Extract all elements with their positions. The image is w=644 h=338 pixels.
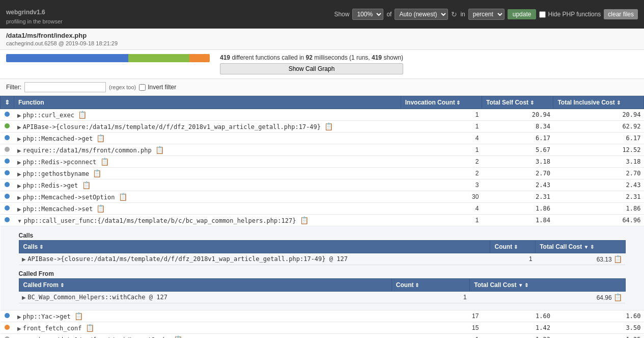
function-col-header[interactable]: Function: [14, 96, 401, 109]
code-icon[interactable]: 📋: [300, 216, 309, 224]
called-from-function-name: BC_Wap_Common_Helpers::withCache @ 127: [27, 294, 167, 301]
calls-sub-row: ▶ APIBase->{closure:/data1/ms/template/d…: [19, 253, 625, 265]
code-icon[interactable]: 📋: [174, 335, 182, 338]
inclusive-cost-cell: 1.60: [553, 310, 644, 322]
expand-arrow[interactable]: ▶: [17, 171, 21, 177]
called-from-total-cost-col-header[interactable]: Total Call Cost ▼: [470, 279, 625, 292]
show-call-graph-button[interactable]: Show Call Graph: [220, 63, 403, 74]
called-from-sub-table: Called From Count Total Call Cost ▼ ▶ BC…: [19, 278, 626, 303]
invocation-count-cell: 1: [401, 215, 482, 226]
dot-cell: [1, 109, 14, 121]
logo-version: v1.6: [33, 9, 45, 16]
function-cell: ▶ php::Memcached->set 📋: [14, 203, 401, 215]
code-icon[interactable]: 📋: [96, 204, 105, 213]
expand-arrow[interactable]: ▶: [17, 326, 21, 331]
filter-input[interactable]: [24, 82, 106, 92]
inclusive-cost-col-header[interactable]: Total Inclusive Cost: [553, 96, 644, 109]
called-from-sub-header: Called From Count Total Call Cost ▼: [19, 279, 625, 292]
toolbar: Show 100% of Auto (newest) ↻ in percent …: [334, 9, 638, 20]
status-dot: [5, 205, 10, 211]
invocation-count-cell: 1: [401, 109, 482, 121]
expand-arrow[interactable]: ▶: [17, 183, 21, 189]
hide-php-checkbox[interactable]: [539, 11, 546, 18]
calls-col-header[interactable]: Calls: [19, 241, 490, 253]
status-dot: [5, 123, 10, 128]
code-icon[interactable]: 📋: [324, 122, 333, 131]
dot-cell: [1, 156, 14, 168]
code-icon[interactable]: 📋: [93, 169, 101, 177]
inclusive-cost-cell: 2.70: [553, 168, 644, 179]
function-name: php::Memcached->setOption: [23, 194, 115, 201]
invocation-count-cell: 1: [401, 334, 482, 339]
function-cell: ▶ php::gethostbyname 📋: [14, 168, 401, 179]
status-dot: [5, 313, 10, 318]
invocation-count-cell: 17: [401, 310, 482, 322]
table-row: ▶ php::Memcached->set 📋 4 1.86 1.86: [1, 203, 644, 215]
stats-text: 419 different functions called in 92 mil…: [220, 54, 403, 61]
code-icon[interactable]: 📋: [119, 193, 127, 201]
code-icon[interactable]: 📋: [100, 158, 109, 166]
sub-table-row: Calls Calls Count Total Call Cost ▼: [1, 226, 644, 310]
expand-arrow[interactable]: ▶: [17, 113, 21, 118]
stats-area: 419 different functions called in 92 mil…: [0, 50, 644, 79]
called-from-name-cell: ▶ BC_Wap_Common_Helpers::withCache @ 127: [19, 292, 391, 303]
function-cell: ▶ require::/data1/ms/front/common.php 📋: [14, 144, 401, 156]
called-from-count-col-header[interactable]: Count: [391, 279, 469, 292]
in-select[interactable]: percent: [468, 9, 505, 20]
invocation-count-cell: 2: [401, 156, 482, 168]
expand-arrow[interactable]: ▶: [17, 314, 21, 320]
invocation-col-header[interactable]: Invocation Count: [401, 96, 482, 109]
code-icon[interactable]: 📋: [96, 134, 105, 142]
dot-cell: [1, 121, 14, 133]
sort-col-header[interactable]: ⇕: [1, 96, 14, 109]
function-cell: ▶ APIBase->{closure:/data1/ms/template/d…: [14, 121, 401, 133]
expand-arrow[interactable]: ▶: [17, 148, 21, 153]
status-dot: [5, 194, 10, 199]
function-name: php::Memcached->set: [23, 205, 93, 213]
file-info: /data1/ms/front/index.php cachegrind.out…: [0, 29, 644, 50]
code-icon[interactable]: 📋: [86, 324, 94, 332]
clear-files-button[interactable]: clear files: [604, 9, 638, 19]
calls-section-title: Calls: [19, 230, 626, 240]
calls-function-name: APIBase->{closure:/data1/ms/template/d/f…: [27, 255, 348, 263]
refresh-icon[interactable]: ↻: [451, 10, 457, 18]
code-icon[interactable]: 📋: [613, 293, 622, 301]
called-from-section-title: Called From: [19, 268, 626, 278]
expand-arrow[interactable]: ▶: [22, 295, 26, 300]
status-dot: [5, 182, 10, 187]
expand-arrow[interactable]: ▶: [17, 195, 21, 200]
inclusive-cost-cell: 62.92: [553, 121, 644, 133]
code-icon[interactable]: 📋: [155, 146, 164, 154]
calls-total-cost-col-header[interactable]: Total Call Cost ▼: [536, 241, 625, 253]
code-icon[interactable]: 📋: [78, 111, 87, 119]
sub-table-wrapper: Calls Calls Count Total Call Cost ▼: [4, 228, 641, 308]
called-from-sub-row: ▶ BC_Wap_Common_Helpers::withCache @ 127…: [19, 292, 625, 303]
expand-arrow[interactable]: ▶: [17, 206, 21, 212]
show-select[interactable]: 100%: [352, 9, 383, 20]
table-row: ▶ php::Redis->pconnect 📋 2 3.18 3.18: [1, 156, 644, 168]
expand-arrow[interactable]: ▶: [17, 160, 21, 165]
table-row: ▶ APIBase->{closure:/data1/ms/template/d…: [1, 121, 644, 133]
table-row: ▶ php::gethostbyname 📋 2 2.70 2.70: [1, 168, 644, 179]
filter-label: Filter:: [6, 84, 21, 91]
expand-arrow[interactable]: ▶: [17, 124, 21, 130]
code-icon[interactable]: 📋: [613, 255, 622, 263]
self-cost-cell: 2.70: [482, 168, 553, 179]
expand-arrow[interactable]: ▼: [17, 218, 22, 224]
calls-sub-body: ▶ APIBase->{closure:/data1/ms/template/d…: [19, 253, 625, 265]
status-dot: [5, 112, 10, 117]
update-button[interactable]: update: [508, 9, 537, 19]
logo-area: webgrindv1.6 profiling in the browser: [6, 4, 63, 24]
table-header-row: ⇕ Function Invocation Count Total Self C…: [1, 96, 644, 109]
calls-count-col-header[interactable]: Count: [490, 241, 536, 253]
invert-filter-checkbox[interactable]: [139, 84, 146, 91]
status-dot: [5, 147, 10, 152]
expand-arrow[interactable]: ▶: [17, 136, 21, 142]
expand-arrow[interactable]: ▶: [22, 256, 26, 262]
code-icon[interactable]: 📋: [82, 181, 91, 189]
code-icon[interactable]: 📋: [74, 312, 83, 320]
invocation-count-cell: 1: [401, 144, 482, 156]
called-from-col-header[interactable]: Called From: [19, 279, 391, 292]
of-select[interactable]: Auto (newest): [395, 9, 448, 20]
self-cost-col-header[interactable]: Total Self Cost: [482, 96, 553, 109]
